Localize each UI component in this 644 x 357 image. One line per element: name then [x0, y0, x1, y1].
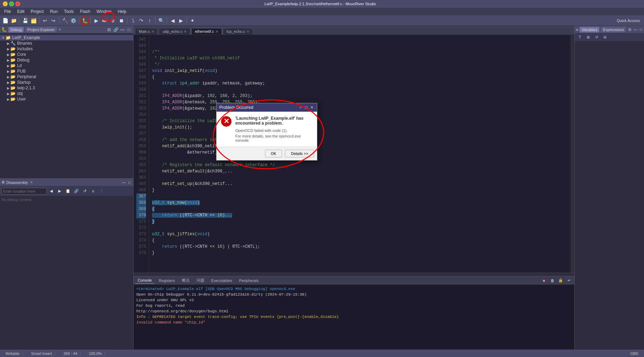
dialog-error-icon: ✕	[221, 116, 232, 127]
dialog-buttons: OK Details >>	[217, 147, 317, 160]
dialog-max-btn[interactable]: □	[304, 105, 309, 110]
svg-text:✕: ✕	[223, 117, 229, 125]
debug-button-circle-annotation	[102, 11, 115, 22]
dialog-body: ✕ 'Launching LwIP_Example.elf' has encou…	[217, 112, 317, 147]
dialog-detail-text: OpenOCD failed with code (1).	[235, 128, 313, 133]
dialog-message: 'Launching LwIP_Example.elf' has encount…	[235, 116, 313, 142]
problem-dialog: Problem Occurred − □ × ✕ 'Launching LwIP…	[216, 103, 317, 161]
dialog-title-label: Problem Occurred	[219, 105, 253, 110]
dialog-overlay: Problem Occurred − □ × ✕ 'Launching LwIP…	[0, 0, 644, 357]
dialog-ok-button[interactable]: OK	[265, 150, 282, 157]
dialog-titlebar: Problem Occurred − □ ×	[217, 103, 317, 112]
dialog-hint-text: For more details, see the openocd.exe co…	[235, 134, 313, 142]
dialog-min-btn[interactable]: −	[298, 105, 303, 110]
dialog-title-text: 'Launching LwIP_Example.elf' has encount…	[235, 116, 313, 126]
dialog-close-btn[interactable]: ×	[310, 105, 314, 110]
dialog-details-button[interactable]: Details >>	[285, 150, 314, 157]
